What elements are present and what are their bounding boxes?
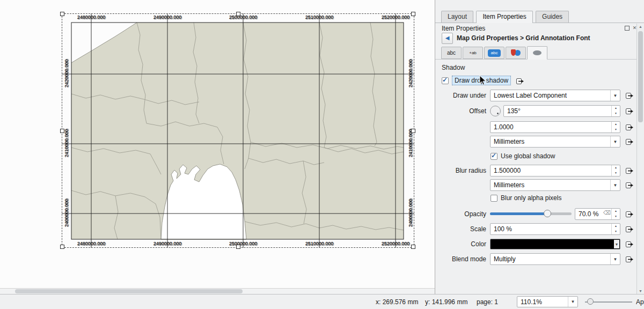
- spin-up-icon: ▲: [612, 224, 620, 229]
- tab-guides[interactable]: Guides: [536, 11, 569, 23]
- resize-handle[interactable]: [60, 129, 64, 133]
- tab-background[interactable]: [506, 47, 526, 59]
- color-label: Color: [435, 238, 486, 250]
- blur-radius-spinbox[interactable]: 1.500000 ▲▼: [490, 165, 620, 176]
- opacity-spinbox[interactable]: 70.0 % ⌫ ▲▼: [575, 208, 620, 220]
- opacity-label: Opacity: [435, 208, 486, 220]
- data-defined-override-button[interactable]: [624, 209, 635, 219]
- chevron-down-icon: ▼: [610, 254, 620, 264]
- data-defined-override-button[interactable]: [624, 239, 635, 249]
- resize-handle[interactable]: [60, 245, 64, 249]
- map-item[interactable]: 2480000.000 2490000.000 2500000.000 2510…: [62, 13, 414, 248]
- grid-label: 2500000.000: [224, 241, 262, 246]
- spin-steppers[interactable]: ▲▼: [611, 224, 620, 234]
- scale-spinbox[interactable]: 100 % ▲▼: [490, 223, 620, 235]
- offset-label: Offset: [435, 105, 486, 117]
- tab-buffer[interactable]: abc: [484, 47, 504, 59]
- use-global-shadow-checkbox[interactable]: [491, 153, 497, 160]
- grid-label: 2480000.000: [72, 14, 110, 20]
- clear-value-icon[interactable]: ⌫: [603, 210, 611, 216]
- data-defined-override-button[interactable]: [624, 180, 635, 190]
- blur-alpha-checkbox[interactable]: [491, 195, 497, 202]
- data-defined-override-button[interactable]: [624, 165, 635, 176]
- resize-handle[interactable]: [411, 129, 415, 133]
- blur-units-combobox[interactable]: Millimeters▼: [490, 179, 620, 191]
- grid-label: 2410000.000: [64, 124, 69, 162]
- opacity-slider-handle[interactable]: [544, 210, 551, 217]
- chevron-down-icon: ▼: [610, 90, 620, 101]
- blur-alpha-label[interactable]: Blur only alpha pixels: [501, 194, 561, 202]
- data-defined-override-button[interactable]: [624, 254, 635, 264]
- grid-label: 2400000.000: [64, 194, 69, 232]
- tab-text-format[interactable]: abc: [441, 47, 462, 59]
- grid-label: 2500000.000: [224, 14, 262, 20]
- back-button[interactable]: ◀: [442, 33, 453, 44]
- resize-handle[interactable]: [411, 12, 415, 16]
- blur-radius-label: Blur radius: [435, 165, 486, 176]
- zoom-combobox[interactable]: 110.1%▼: [517, 296, 578, 307]
- tab-formatting[interactable]: +ab: [463, 47, 483, 59]
- blend-mode-label: Blend mode: [435, 253, 486, 265]
- offset-distance-spinbox[interactable]: 1.0000 ▲▼: [490, 121, 620, 133]
- statusbar: x: 269.576 mm y: 141.996 mm page: 1 110.…: [0, 294, 644, 309]
- grid-label: 2510000.000: [301, 241, 338, 246]
- layout-canvas[interactable]: 2480000.000 2490000.000 2500000.000 2510…: [0, 0, 435, 288]
- spin-steppers[interactable]: ▲▼: [611, 122, 620, 133]
- draw-under-combobox[interactable]: Lowest Label Component▼: [490, 90, 620, 101]
- grid-label: 2490000.000: [149, 14, 186, 20]
- page-readout: page: 1: [477, 298, 498, 306]
- draw-drop-shadow-checkbox[interactable]: [442, 77, 449, 84]
- data-defined-override-button[interactable]: [624, 90, 635, 101]
- spin-steppers[interactable]: ▲▼: [611, 209, 620, 219]
- buffer-icon: abc: [488, 49, 501, 57]
- data-defined-override-button[interactable]: [624, 136, 635, 147]
- data-defined-override-button[interactable]: [624, 122, 635, 133]
- resize-handle[interactable]: [411, 245, 415, 249]
- cursor-y-readout: y: 141.996 mm: [425, 298, 467, 306]
- spin-down-icon: ▼: [612, 229, 620, 234]
- canvas-horizontal-scrollbar[interactable]: [0, 288, 435, 294]
- data-defined-override-button[interactable]: [624, 106, 635, 116]
- offset-units-combobox[interactable]: Millimeters▼: [490, 136, 620, 148]
- h-scrollbar-thumb[interactable]: [15, 289, 243, 293]
- clipped-corner-text: Ap: [636, 298, 644, 306]
- spin-up-icon: ▲: [612, 209, 620, 214]
- item-properties-panel: Layout Item Properties Guides Item Prope…: [435, 0, 644, 294]
- panel-float-button[interactable]: [624, 25, 630, 31]
- spin-up-icon: ▲: [612, 106, 620, 111]
- v-scrollbar-thumb[interactable]: [638, 31, 643, 122]
- background-icon: [510, 49, 521, 57]
- zoom-slider-handle[interactable]: [587, 298, 594, 305]
- scroll-up-icon[interactable]: ▲: [637, 25, 644, 28]
- spin-down-icon: ▼: [612, 214, 620, 219]
- shadow-section-heading: Shadow: [442, 64, 465, 71]
- panel-vertical-scrollbar[interactable]: ▲ ▼: [636, 24, 644, 294]
- scroll-down-icon[interactable]: ▼: [637, 289, 644, 293]
- offset-angle-spinbox[interactable]: 135° ▲▼: [503, 105, 620, 117]
- grid-label: 2520000.000: [377, 241, 414, 246]
- draw-drop-shadow-label[interactable]: Draw drop shadow: [452, 76, 511, 85]
- spin-down-icon: ▼: [612, 111, 620, 116]
- spin-steppers[interactable]: ▲▼: [611, 106, 620, 116]
- resize-handle[interactable]: [236, 12, 240, 16]
- use-global-shadow-label[interactable]: Use global shadow: [501, 152, 555, 160]
- spin-down-icon: ▼: [612, 127, 620, 133]
- shadow-color-button[interactable]: ▼: [490, 239, 620, 249]
- data-defined-override-button[interactable]: [515, 76, 525, 86]
- blend-mode-combobox[interactable]: Multiply▼: [490, 253, 620, 265]
- tab-item-properties[interactable]: Item Properties: [476, 11, 532, 23]
- chevron-down-icon: ▼: [614, 240, 619, 248]
- resize-handle[interactable]: [236, 245, 240, 249]
- offset-angle-dial[interactable]: [490, 106, 501, 116]
- tab-layout[interactable]: Layout: [441, 11, 473, 23]
- grid-label: 2510000.000: [301, 14, 338, 20]
- chevron-down-icon: ▼: [568, 297, 577, 307]
- spin-down-icon: ▼: [612, 171, 620, 176]
- spin-up-icon: ▲: [612, 122, 620, 127]
- resize-handle[interactable]: [60, 12, 64, 16]
- spin-steppers[interactable]: ▲▼: [611, 165, 620, 176]
- tab-shadow[interactable]: [527, 46, 547, 60]
- grid-label: 2420000.000: [408, 55, 413, 92]
- data-defined-override-button[interactable]: [624, 224, 635, 234]
- opacity-slider[interactable]: [490, 212, 572, 215]
